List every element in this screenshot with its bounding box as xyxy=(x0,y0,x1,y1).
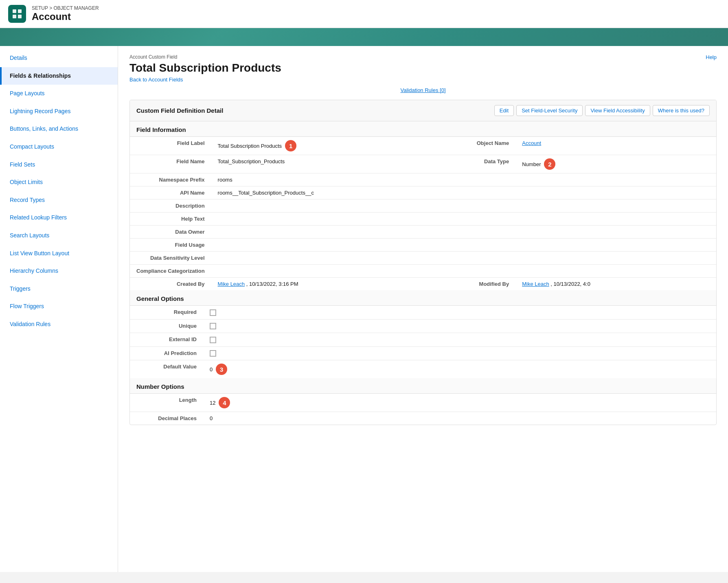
validation-rules-link[interactable]: Validation Rules [0] xyxy=(400,87,445,93)
breadcrumb-separator: > xyxy=(49,5,53,11)
required-checkbox[interactable] xyxy=(210,309,216,316)
annotation-2: 2 xyxy=(544,158,555,170)
table-row: Description xyxy=(130,199,716,213)
table-row: Namespace Prefix rooms xyxy=(130,173,716,186)
sidebar-item-field-sets[interactable]: Field Sets xyxy=(0,156,118,174)
content-area: Help Account Custom Field Total Subscrip… xyxy=(118,46,728,572)
header-text: SETUP > OBJECT MANAGER Account xyxy=(32,5,99,22)
breadcrumb-om[interactable]: OBJECT MANAGER xyxy=(53,5,99,11)
created-by-link[interactable]: Mike Leach xyxy=(218,281,245,287)
general-options-section-title: General Options xyxy=(130,290,716,306)
length-value: 12 4 xyxy=(203,394,716,412)
external-id-label: External ID xyxy=(130,333,203,347)
back-to-account-fields-link[interactable]: Back to Account Fields xyxy=(129,77,183,83)
edit-button[interactable]: Edit xyxy=(494,105,514,116)
field-label-label: Field Label xyxy=(130,137,211,155)
field-label-value: Total Subscription Products 1 xyxy=(211,137,443,155)
modified-by-date: , 10/13/2022, 4:0 xyxy=(550,281,590,287)
namespace-prefix-value: rooms xyxy=(211,173,443,186)
sidebar-item-lightning-record-pages[interactable]: Lightning Record Pages xyxy=(0,103,118,121)
sidebar-item-list-view-button-layout[interactable]: List View Button Layout xyxy=(0,245,118,263)
header-breadcrumb: SETUP > OBJECT MANAGER xyxy=(32,5,99,11)
sidebar-item-buttons-links-actions[interactable]: Buttons, Links, and Actions xyxy=(0,120,118,138)
data-sensitivity-label: Data Sensitivity Level xyxy=(130,252,211,265)
ai-prediction-value xyxy=(203,346,716,360)
modified-by-value: Mike Leach , 10/13/2022, 4:0 xyxy=(515,278,716,291)
decimal-places-label: Decimal Places xyxy=(130,412,203,425)
data-type-value: Number 2 xyxy=(515,155,716,173)
header-title: Account xyxy=(32,11,99,22)
default-value-value: 0 3 xyxy=(203,360,716,379)
data-type-text: Number xyxy=(522,161,541,167)
sidebar-item-compact-layouts[interactable]: Compact Layouts xyxy=(0,138,118,156)
table-row: Field Label Total Subscription Products … xyxy=(130,137,716,155)
description-label: Description xyxy=(130,199,211,213)
created-by-label: Created By xyxy=(130,278,211,291)
table-row: Field Name Total_Subscription_Products D… xyxy=(130,155,716,173)
external-id-checkbox[interactable] xyxy=(210,337,216,343)
sidebar-item-flow-triggers[interactable]: Flow Triggers xyxy=(0,298,118,316)
table-row: Field Usage xyxy=(130,239,716,252)
namespace-prefix-label: Namespace Prefix xyxy=(130,173,211,186)
svg-rect-2 xyxy=(13,15,16,18)
number-options-section-title: Number Options xyxy=(130,378,716,394)
api-name-value: rooms__Total_Subscription_Products__c xyxy=(211,186,716,199)
where-is-this-used-button[interactable]: Where is this used? xyxy=(653,105,710,116)
field-name-value: Total_Subscription_Products xyxy=(211,155,443,173)
set-field-security-button[interactable]: Set Field-Level Security xyxy=(516,105,583,116)
content-title: Total Subscription Products xyxy=(129,61,717,75)
table-row: Unique xyxy=(130,319,716,333)
required-label: Required xyxy=(130,306,203,319)
button-group: Edit Set Field-Level Security View Field… xyxy=(494,105,710,116)
field-info-table: Field Label Total Subscription Products … xyxy=(130,137,716,290)
created-by-date: , 10/13/2022, 3:16 PM xyxy=(246,281,298,287)
sidebar-item-fields-relationships[interactable]: Fields & Relationships xyxy=(0,67,118,85)
annotation-4: 4 xyxy=(219,397,230,408)
table-row: Data Sensitivity Level xyxy=(130,252,716,265)
sidebar-item-object-limits[interactable]: Object Limits xyxy=(0,173,118,191)
annotation-1: 1 xyxy=(285,140,296,151)
content-breadcrumb: Account Custom Field xyxy=(129,54,717,60)
table-row: Required xyxy=(130,306,716,319)
description-value xyxy=(211,199,716,213)
data-type-label: Data Type xyxy=(442,155,515,173)
api-name-label: API Name xyxy=(130,186,211,199)
breadcrumb-setup[interactable]: SETUP xyxy=(32,5,48,11)
sidebar-item-record-types[interactable]: Record Types xyxy=(0,191,118,209)
sidebar-item-validation-rules[interactable]: Validation Rules xyxy=(0,316,118,333)
object-name-link[interactable]: Account xyxy=(522,140,541,146)
decimal-places-value: 0 xyxy=(203,412,716,425)
modified-by-link[interactable]: Mike Leach xyxy=(522,281,549,287)
view-field-accessibility-button[interactable]: View Field Accessibility xyxy=(585,105,650,116)
svg-rect-1 xyxy=(18,9,22,13)
field-name-label: Field Name xyxy=(130,155,211,173)
table-row: Help Text xyxy=(130,213,716,226)
section-title: Custom Field Definition Detail xyxy=(136,107,223,114)
modified-by-label: Modified By xyxy=(442,278,515,291)
sidebar-item-page-layouts[interactable]: Page Layouts xyxy=(0,85,118,103)
unique-label: Unique xyxy=(130,319,203,333)
sidebar-item-triggers[interactable]: Triggers xyxy=(0,280,118,298)
sidebar-item-hierarchy-columns[interactable]: Hierarchy Columns xyxy=(0,262,118,280)
table-row: Compliance Categorization xyxy=(130,265,716,278)
compliance-value xyxy=(211,265,716,278)
help-link[interactable]: Help xyxy=(706,54,717,60)
unique-checkbox[interactable] xyxy=(210,323,216,329)
sidebar-item-details[interactable]: Details xyxy=(0,49,118,67)
required-value xyxy=(203,306,716,319)
sidebar-item-related-lookup-filters[interactable]: Related Lookup Filters xyxy=(0,209,118,227)
table-row: External ID xyxy=(130,333,716,347)
object-name-value: Account xyxy=(515,137,716,155)
validation-link-row: Validation Rules [0] xyxy=(129,87,717,93)
sidebar-item-search-layouts[interactable]: Search Layouts xyxy=(0,227,118,245)
svg-rect-0 xyxy=(13,9,16,13)
table-row: API Name rooms__Total_Subscription_Produ… xyxy=(130,186,716,199)
help-text-value xyxy=(211,213,716,226)
external-id-value xyxy=(203,333,716,347)
ai-prediction-checkbox[interactable] xyxy=(210,350,216,357)
data-sensitivity-value xyxy=(211,252,716,265)
teal-banner xyxy=(0,28,728,46)
field-usage-value xyxy=(211,239,716,252)
unique-value xyxy=(203,319,716,333)
default-value-label: Default Value xyxy=(130,360,203,379)
